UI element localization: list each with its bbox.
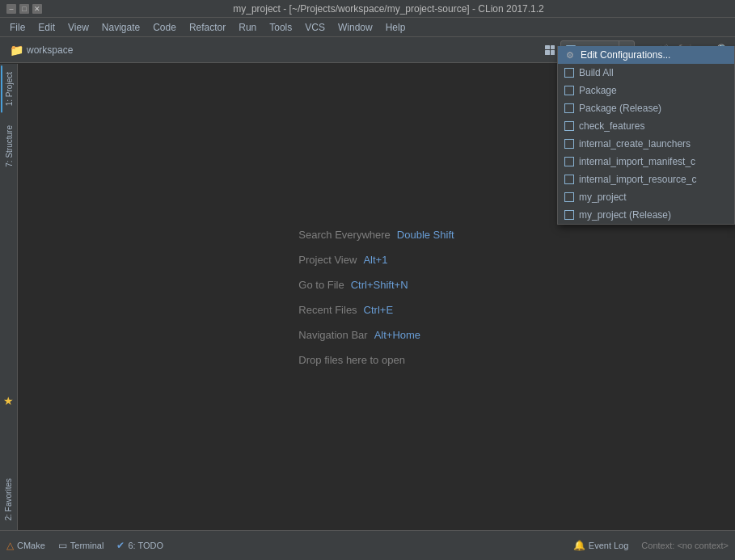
dropdown-item-internal-import-manifest[interactable]: internal_import_manifest_c [558, 153, 734, 171]
workspace-label: 📁 workspace [3, 42, 79, 58]
dropdown-label-check-features: check_features [579, 120, 644, 132]
title-bar: – □ ✕ my_project - [~/Projects/workspace… [0, 0, 735, 18]
sidebar-tab-structure[interactable]: 7: Structure [1, 119, 16, 174]
dropdown-label-internal-create: internal_create_launchers [579, 138, 691, 149]
welcome-row-navbar: Navigation Bar Alt+Home [298, 329, 420, 341]
gear-icon: ⚙ [564, 49, 576, 61]
terminal-label: Terminal [70, 541, 104, 550]
status-bar: △ CMake ▭ Terminal ✔ 6: TODO 🔔 Event Log… [0, 530, 735, 560]
target-icon-6 [564, 175, 574, 184]
welcome-row-search: Search Everywhere Double Shift [298, 229, 454, 241]
status-terminal[interactable]: ▭ Terminal [58, 540, 104, 551]
sidebar-tab-project[interactable]: 1: Project [1, 65, 16, 112]
project-view-shortcut: Alt+1 [363, 254, 387, 266]
welcome-row-project: Project View Alt+1 [298, 254, 387, 266]
navigation-bar-label: Navigation Bar [298, 329, 367, 341]
dropdown-item-package-release[interactable]: Package (Release) [558, 99, 734, 117]
dropdown-label-internal-import-resource: internal_import_resource_c [579, 174, 696, 185]
dropdown-item-package[interactable]: Package [558, 82, 734, 99]
status-todo[interactable]: ✔ 6: TODO [116, 540, 163, 551]
dropdown-label-package-release: Package (Release) [579, 103, 661, 114]
search-everywhere-label: Search Everywhere [298, 229, 390, 241]
dropdown-item-internal-create[interactable]: internal_create_launchers [558, 135, 734, 153]
welcome-row-goto: Go to File Ctrl+Shift+N [298, 279, 408, 291]
target-icon-0 [564, 68, 574, 78]
cmake-icon: △ [6, 540, 14, 551]
event-log-label: Event Log [589, 541, 629, 550]
dropdown-item-my-project[interactable]: my_project [558, 188, 734, 206]
todo-icon: ✔ [116, 540, 125, 551]
recent-files-shortcut: Ctrl+E [364, 304, 393, 316]
menu-code[interactable]: Code [146, 20, 183, 35]
sidebar-tab-favorites[interactable]: 2: Favorites [2, 472, 15, 527]
build-dropdown-menu: ⚙ Edit Configurations... Build All Packa… [557, 46, 735, 225]
welcome-row-recent: Recent Files Ctrl+E [298, 304, 393, 316]
window-title: my_project - [~/Projects/workspace/my_pr… [49, 3, 729, 15]
minimize-button[interactable]: – [6, 4, 16, 14]
target-icon-1 [564, 86, 574, 95]
target-icon-7 [564, 192, 574, 202]
project-view-label: Project View [298, 254, 357, 266]
menu-help[interactable]: Help [379, 20, 412, 35]
maximize-button[interactable]: □ [19, 4, 29, 14]
dropdown-item-internal-import-resource[interactable]: internal_import_resource_c [558, 171, 734, 188]
menu-tools[interactable]: Tools [263, 20, 298, 35]
dropdown-label-internal-import-manifest: internal_import_manifest_c [579, 156, 695, 167]
status-context: Context: <no context> [641, 541, 729, 550]
dropdown-label-build-all: Build All [579, 67, 614, 78]
menu-bar: File Edit View Navigate Code Refactor Ru… [0, 18, 735, 37]
close-button[interactable]: ✕ [32, 4, 42, 14]
dropdown-label-my-project: my_project [579, 192, 627, 203]
menu-window[interactable]: Window [332, 20, 379, 35]
dropdown-item-check-features[interactable]: check_features [558, 117, 734, 135]
folder-icon: 📁 [10, 44, 23, 57]
welcome-panel: Search Everywhere Double Shift Project V… [298, 229, 454, 366]
event-log-icon: 🔔 [573, 540, 585, 551]
menu-vcs[interactable]: VCS [298, 20, 332, 35]
search-everywhere-shortcut: Double Shift [397, 229, 454, 241]
grid-icon [545, 45, 555, 55]
recent-files-label: Recent Files [298, 304, 357, 316]
terminal-icon: ▭ [58, 540, 67, 551]
menu-navigate[interactable]: Navigate [95, 20, 146, 35]
welcome-row-drop: Drop files here to open [298, 354, 405, 366]
menu-file[interactable]: File [3, 20, 32, 35]
dropdown-label-package: Package [579, 85, 617, 96]
target-icon-3 [564, 121, 574, 131]
goto-file-label: Go to File [298, 279, 344, 291]
menu-edit[interactable]: Edit [32, 20, 61, 35]
favorites-star-icon[interactable]: ★ [3, 394, 14, 407]
target-icon-5 [564, 157, 574, 166]
workspace-text: workspace [27, 44, 73, 56]
dropdown-label-my-project-release: my_project (Release) [579, 209, 671, 221]
drop-files-label: Drop files here to open [298, 354, 405, 366]
left-sidebar: 1: Project 7: Structure ★ 2: Favorites [0, 64, 18, 530]
dropdown-label-edit-configs: Edit Configurations... [581, 49, 670, 61]
dropdown-item-build-all[interactable]: Build All [558, 64, 734, 82]
target-icon-4 [564, 139, 574, 149]
menu-run[interactable]: Run [232, 20, 263, 35]
todo-label: 6: TODO [128, 541, 163, 550]
target-icon-8 [564, 210, 574, 220]
menu-view[interactable]: View [61, 20, 95, 35]
cmake-label: CMake [17, 541, 45, 550]
dropdown-item-edit-configs[interactable]: ⚙ Edit Configurations... [558, 46, 734, 64]
menu-refactor[interactable]: Refactor [183, 20, 232, 35]
status-cmake[interactable]: △ CMake [6, 540, 45, 551]
title-bar-controls[interactable]: – □ ✕ [6, 4, 42, 14]
goto-file-shortcut: Ctrl+Shift+N [351, 279, 408, 291]
navigation-bar-shortcut: Alt+Home [374, 329, 420, 341]
target-icon-2 [564, 103, 574, 113]
dropdown-item-my-project-release[interactable]: my_project (Release) [558, 206, 734, 224]
status-event-log[interactable]: 🔔 Event Log [573, 540, 629, 551]
